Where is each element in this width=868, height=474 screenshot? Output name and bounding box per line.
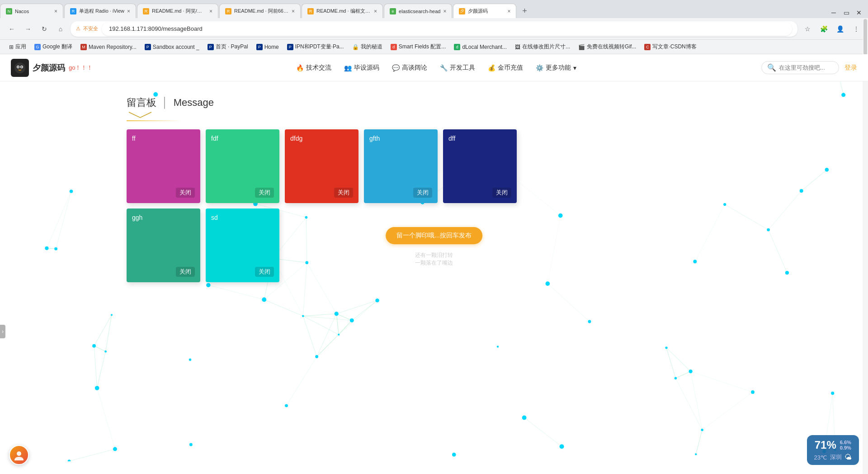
card-sd-close-button[interactable]: 关闭 (255, 267, 274, 277)
bookmark-csdn[interactable]: C 写文章·CSDN博客 (641, 42, 700, 52)
card-dfdg-close-button[interactable]: 关闭 (334, 188, 353, 198)
user-avatar-area[interactable] (9, 445, 29, 461)
bookmark-gif-convert[interactable]: 🎬 免费在线视频转Gif... (575, 42, 640, 52)
title-underline-area (127, 111, 857, 120)
city-label: 深圳 (830, 453, 842, 461)
message-card-fdf[interactable]: fdf 关闭 (206, 129, 279, 203)
bookmark-maven-label: Maven Repository... (89, 44, 137, 50)
svg-point-3 (18, 66, 19, 67)
back-button[interactable]: ← (5, 23, 18, 35)
card-ff-close-button[interactable]: 关闭 (176, 188, 195, 198)
search-box[interactable]: 🔍 (761, 61, 839, 74)
bookmark-dlocal[interactable]: d dLocal Merchant... (450, 43, 510, 51)
card-gfth-close-button[interactable]: 关闭 (413, 188, 432, 198)
bookmark-apps-label: 应用 (15, 43, 26, 51)
nav-forum[interactable]: 💬 高谈阔论 (392, 64, 427, 72)
tab-5-close[interactable]: × (374, 8, 377, 14)
message-card-ggh[interactable]: ggh 关闭 (127, 209, 200, 282)
close-window-button[interactable]: ✕ (854, 7, 864, 18)
message-input-bar[interactable]: 留一个脚印哦...按回车发布 (386, 227, 482, 244)
address-input[interactable] (102, 22, 792, 36)
card-ggh-close-button[interactable]: 关闭 (176, 267, 195, 277)
message-card-dff[interactable]: dff 关闭 (443, 129, 517, 203)
bookmark-paypal-home[interactable]: P 首页 · PayPal (204, 42, 252, 52)
site-name-label: 夕颜源码 (33, 62, 65, 73)
menu-button[interactable]: ⋮ (850, 23, 863, 35)
nav-recharge[interactable]: 💰 金币充值 (488, 64, 523, 72)
tab-7[interactable]: 夕 夕颜源码 × (453, 4, 516, 18)
bookmark-smart-fields[interactable]: d Smart Fields 配置... (387, 42, 450, 52)
home-button[interactable]: ⌂ (54, 23, 67, 35)
weather-main: 71% 6.6% 0.9% (815, 439, 851, 451)
avatar[interactable] (9, 445, 29, 461)
maximize-button[interactable]: ▭ (841, 7, 852, 18)
login-button[interactable]: 登录 (844, 64, 857, 72)
refresh-button[interactable]: ↻ (38, 23, 51, 35)
message-card-gfth[interactable]: gfth 关闭 (364, 129, 438, 203)
bookmark-image-resize[interactable]: 🖼 在线修改图片尺寸... (511, 42, 574, 52)
apps-icon: ⊞ (9, 44, 14, 50)
sandbox-favicon: P (145, 44, 151, 50)
tab-4-title: README.md · 阿前666/管窟捡··· (234, 8, 289, 14)
card-fdf-close-button[interactable]: 关闭 (255, 188, 274, 198)
nav-graduation-source[interactable]: 👥 毕设源码 (344, 64, 379, 72)
tab-4[interactable]: R README.md · 阿前666/管窟捡··· × (219, 4, 301, 18)
tab-1-title: Nacos (15, 9, 52, 14)
bookmark-gif-convert-label: 免费在线视频转Gif... (587, 43, 636, 51)
insecure-icon: ⚠ (76, 26, 80, 32)
bookmark-smart-fields-label: Smart Fields 配置... (399, 43, 446, 51)
extensions-button[interactable]: 🧩 (817, 23, 830, 35)
bookmark-maven[interactable]: M Maven Repository... (77, 43, 140, 51)
card-dff-close-button[interactable]: 关闭 (492, 188, 511, 198)
bookmark-home[interactable]: P Home (253, 43, 283, 51)
csdn-favicon: C (644, 44, 651, 50)
tab-3-title: README.md · 阿笑/蘑菇堵客 · (152, 8, 207, 14)
bookmark-star-button[interactable]: ☆ (801, 23, 814, 35)
nav-more[interactable]: ⚙️ 更多功能 ▾ (536, 64, 576, 72)
card-dfdg-title: dfdg (290, 135, 353, 142)
tab-3-close[interactable]: × (209, 8, 212, 14)
tab-6[interactable]: e elasticsearch-head × (384, 4, 452, 18)
temperature-label: 23℃ (814, 454, 827, 461)
bookmark-sandbox[interactable]: P Sandbox account _ (141, 43, 203, 51)
tab-6-favicon: e (390, 8, 396, 14)
bookmark-google-translate[interactable]: G Google 翻译 (31, 42, 76, 52)
search-input[interactable] (779, 64, 833, 71)
tab-6-close[interactable]: × (443, 8, 446, 14)
tab-7-close[interactable]: × (507, 8, 510, 14)
tab-1[interactable]: N Nacos × (0, 4, 63, 18)
ipn-favicon: P (287, 44, 293, 50)
site-logo[interactable]: 夕颜源码 go！！！ (11, 59, 93, 77)
weather-widget: 71% 6.6% 0.9% 23℃ 深圳 🌤 (807, 435, 859, 461)
bookmark-ipn[interactable]: P IPN和PDT变量·Pa... (283, 42, 348, 52)
site-slogan-label: go！！！ (69, 64, 93, 72)
side-panel-toggle[interactable]: › (0, 325, 5, 338)
bookmark-secret-path[interactable]: 🔒 我的秘道 (349, 42, 386, 52)
tab-7-title: 夕颜源码 (468, 8, 505, 14)
profile-button[interactable]: 👤 (834, 23, 846, 35)
weather-icon: 🌤 (844, 453, 852, 461)
card-ff-title: ff (132, 135, 195, 142)
tab-2[interactable]: R 单选程 Radio · iView × (64, 4, 136, 18)
humidity-percent: 71% (815, 439, 836, 451)
new-tab-button[interactable]: + (517, 4, 532, 18)
message-card-dfdg[interactable]: dfdg 关闭 (285, 129, 359, 203)
message-card-sd[interactable]: sd 关闭 (206, 209, 279, 282)
forward-button[interactable]: → (22, 23, 34, 35)
minimize-button[interactable]: ─ (828, 7, 839, 18)
tab-4-close[interactable]: × (292, 8, 295, 14)
bookmark-apps[interactable]: ⊞ 应用 (5, 42, 30, 52)
site-actions: 🔍 登录 (761, 61, 857, 74)
tab-2-close[interactable]: × (127, 8, 130, 14)
nav-technical-exchange[interactable]: 🔥 技术交流 (296, 64, 331, 72)
google-translate-favicon: G (34, 44, 41, 50)
cards-row-2: ggh 关闭 sd 关闭 (127, 209, 857, 282)
nav-dev-tools[interactable]: 🔧 开发工具 (440, 64, 475, 72)
tab-1-close[interactable]: × (54, 8, 57, 14)
tab-5[interactable]: R README.md · 编框文件·brig··· × (302, 4, 383, 18)
scroll-thumb[interactable] (863, 19, 867, 55)
search-icon: 🔍 (767, 63, 776, 72)
tab-3[interactable]: R README.md · 阿笑/蘑菇堵客 · × (137, 4, 218, 18)
message-card-ff[interactable]: ff 关闭 (127, 129, 200, 203)
wind-1-label: 6.6% (840, 440, 851, 445)
